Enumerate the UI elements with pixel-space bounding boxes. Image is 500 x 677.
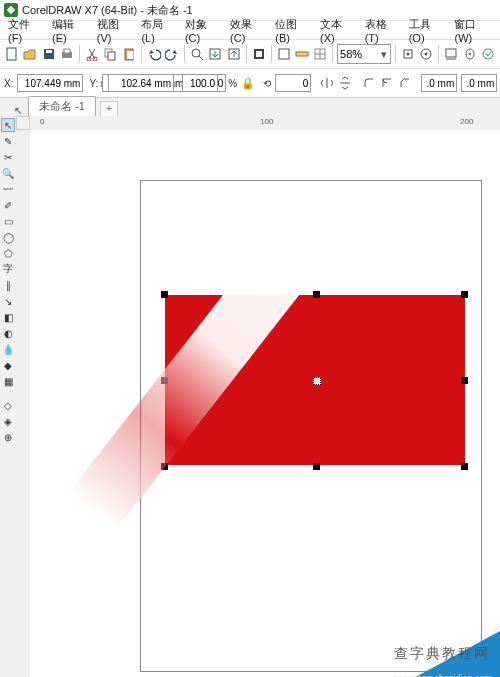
ruler-toggle-button[interactable]: [294, 43, 310, 65]
ruler-mark: 100: [260, 117, 273, 126]
menu-table[interactable]: 表格(T): [361, 16, 403, 45]
separator: [395, 45, 396, 63]
document-tab-bar: ↖ 未命名 -1 +: [0, 97, 500, 116]
menu-edit[interactable]: 编辑(E): [48, 16, 91, 45]
canvas[interactable]: [30, 130, 500, 677]
zoom-tool[interactable]: 🔍: [1, 166, 15, 180]
grid-toggle-button[interactable]: [312, 43, 328, 65]
paste-button[interactable]: [121, 43, 137, 65]
rotate-icon: ⟲: [263, 78, 273, 89]
export-button[interactable]: [225, 43, 241, 65]
svg-point-19: [406, 53, 409, 56]
menu-tools[interactable]: 工具(O): [405, 16, 449, 45]
separator: [184, 45, 185, 63]
menu-object[interactable]: 对象(C): [181, 16, 224, 45]
separator: [141, 45, 142, 63]
height-field[interactable]: [108, 74, 174, 92]
separator: [79, 45, 80, 63]
save-button[interactable]: [41, 43, 57, 65]
outline-width-2[interactable]: [461, 74, 497, 92]
menu-bitmap[interactable]: 位图(B): [271, 16, 314, 45]
selection-handle-se[interactable]: [461, 463, 468, 470]
connector-tool[interactable]: ↘: [1, 294, 15, 308]
svg-rect-2: [46, 50, 52, 53]
lock-ratio-icon[interactable]: 🔒: [241, 77, 255, 90]
menu-effects[interactable]: 效果(C): [226, 16, 269, 45]
menu-text[interactable]: 文本(X): [316, 16, 359, 45]
ellipse-tool[interactable]: ◯: [1, 230, 15, 244]
menu-file[interactable]: 文件(F): [4, 16, 46, 45]
rectangle-tool[interactable]: ▭: [1, 214, 15, 228]
color-eyedropper-tool[interactable]: 💧: [1, 342, 15, 356]
welcome-button[interactable]: [480, 43, 496, 65]
svg-rect-15: [256, 51, 262, 57]
new-button[interactable]: [4, 43, 20, 65]
ruler-horizontal[interactable]: 0 100 200: [30, 116, 500, 131]
selection-center[interactable]: [313, 377, 321, 385]
quick-customize[interactable]: ⊕: [1, 430, 15, 444]
outline-width-1[interactable]: [421, 74, 457, 92]
svg-rect-4: [64, 49, 70, 53]
artistic-media-tool[interactable]: ✐: [1, 198, 15, 212]
open-button[interactable]: [22, 43, 38, 65]
publish-pdf-button[interactable]: [250, 43, 266, 65]
outline-flyout[interactable]: ◇: [1, 398, 15, 412]
cut-button[interactable]: [84, 43, 100, 65]
crop-tool[interactable]: ✂: [1, 150, 15, 164]
document-tab[interactable]: 未命名 -1: [28, 96, 96, 116]
transparency-tool[interactable]: ◐: [1, 326, 15, 340]
search-button[interactable]: [189, 43, 205, 65]
selection-handle-nw[interactable]: [161, 291, 168, 298]
redo-button[interactable]: [164, 43, 180, 65]
menu-view[interactable]: 视图(V): [93, 16, 136, 45]
workspace: ↖ ✎ ✂ 🔍 〰 ✐ ▭ ◯ ⬠ 字 ∥ ↘ ◧ ◐ 💧 ◆ ▦ ◇ ◈ ⊕ …: [0, 116, 500, 677]
corner-scallop-button[interactable]: [379, 72, 395, 94]
shape-tool[interactable]: ✎: [1, 134, 15, 148]
scale-y-field[interactable]: [182, 74, 218, 92]
svg-point-11: [192, 49, 200, 57]
options-button[interactable]: [418, 43, 434, 65]
fullscreen-button[interactable]: [275, 43, 291, 65]
menu-window[interactable]: 窗口(W): [450, 16, 496, 45]
standard-toolbar: ▾: [0, 39, 500, 68]
svg-rect-8: [108, 52, 115, 60]
add-document-tab[interactable]: +: [100, 101, 118, 116]
pick-tool[interactable]: ↖: [1, 118, 15, 132]
selection-handle-n[interactable]: [313, 291, 320, 298]
zoom-combo[interactable]: ▾: [337, 44, 391, 64]
ruler-origin[interactable]: [16, 116, 30, 130]
hints-button[interactable]: [461, 43, 477, 65]
selection-handle-s[interactable]: [313, 463, 320, 470]
zoom-dropdown-icon[interactable]: ▾: [378, 48, 390, 61]
corner-round-button[interactable]: [361, 72, 377, 94]
svg-rect-10: [127, 51, 133, 59]
launch-button[interactable]: [443, 43, 459, 65]
selection-handle-e[interactable]: [461, 377, 468, 384]
ruler-mark: 0: [40, 117, 44, 126]
separator: [332, 45, 333, 63]
smart-fill-tool[interactable]: ▦: [1, 374, 15, 388]
mirror-v-button[interactable]: [337, 72, 353, 94]
drop-shadow-tool[interactable]: ◧: [1, 310, 15, 324]
freehand-tool[interactable]: 〰: [1, 182, 15, 196]
ruler-vertical[interactable]: [16, 130, 31, 677]
selection-handle-ne[interactable]: [461, 291, 468, 298]
print-button[interactable]: [59, 43, 75, 65]
fill-flyout[interactable]: ◈: [1, 414, 15, 428]
undo-button[interactable]: [146, 43, 162, 65]
menu-layout[interactable]: 布局(L): [137, 16, 179, 45]
mirror-h-button[interactable]: [319, 72, 335, 94]
pick-tool-small-icon[interactable]: ↖: [12, 104, 24, 116]
snap-button[interactable]: [400, 43, 416, 65]
rotation-field[interactable]: [275, 74, 311, 92]
text-tool[interactable]: 字: [1, 262, 15, 276]
interactive-fill-tool[interactable]: ◆: [1, 358, 15, 372]
svg-point-21: [425, 53, 428, 56]
copy-button[interactable]: [102, 43, 118, 65]
zoom-input[interactable]: [338, 46, 378, 62]
polygon-tool[interactable]: ⬠: [1, 246, 15, 260]
import-button[interactable]: [207, 43, 223, 65]
parallel-dimension-tool[interactable]: ∥: [1, 278, 15, 292]
corner-chamfer-button[interactable]: [397, 72, 413, 94]
svg-rect-16: [279, 49, 289, 59]
